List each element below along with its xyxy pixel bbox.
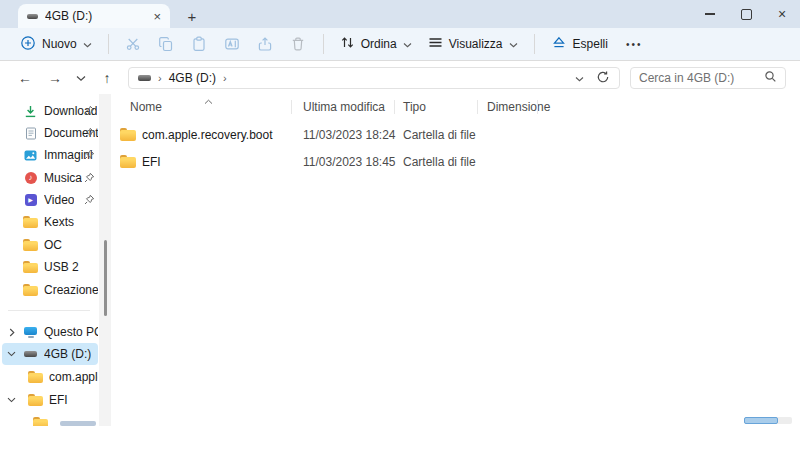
column-header-ultima-modifica[interactable]: Ultima modifica bbox=[292, 97, 395, 117]
sidebar-item-video[interactable]: ▶ Video bbox=[2, 189, 98, 211]
sidebar-item-questo-pc[interactable]: Questo PC bbox=[2, 321, 98, 343]
sidebar-item-clipped[interactable] bbox=[2, 412, 98, 426]
eject-button-label: Espelli bbox=[573, 37, 608, 51]
copy-button[interactable] bbox=[153, 31, 180, 57]
file-list: Nome Ultima modifica Tipo Dimensione com… bbox=[118, 94, 800, 426]
eject-button[interactable]: Espelli bbox=[543, 31, 616, 57]
navigation-bar: ← → ↑ › 4GB (D:) › bbox=[0, 62, 800, 94]
address-bar-right bbox=[575, 70, 610, 87]
address-bar[interactable]: › 4GB (D:) › bbox=[128, 67, 620, 89]
sidebar-scrollbar[interactable] bbox=[99, 94, 111, 426]
minimize-icon bbox=[705, 13, 715, 15]
command-bar: Nuovo Ordina bbox=[0, 28, 800, 61]
column-header-nome[interactable]: Nome bbox=[118, 97, 292, 117]
sidebar-item-usb2[interactable]: USB 2 bbox=[2, 256, 98, 278]
trash-icon bbox=[290, 36, 306, 52]
tab-close-icon[interactable]: × bbox=[153, 10, 161, 23]
sidebar-item-download[interactable]: Download bbox=[2, 100, 98, 122]
refresh-button[interactable] bbox=[596, 70, 610, 87]
cut-button[interactable] bbox=[120, 31, 147, 57]
chevron-down-icon bbox=[83, 37, 92, 51]
music-icon: ♪ bbox=[22, 172, 39, 184]
address-dropdown-button[interactable] bbox=[575, 71, 584, 85]
document-icon bbox=[22, 127, 39, 140]
window-controls: × bbox=[692, 0, 800, 28]
minimize-button[interactable] bbox=[692, 0, 728, 28]
breadcrumb-separator[interactable]: › bbox=[223, 72, 227, 84]
download-icon bbox=[22, 105, 39, 118]
folder-icon bbox=[27, 371, 44, 383]
sidebar-item-com-apple-recovery[interactable]: com.apple.rec bbox=[2, 366, 98, 388]
back-button[interactable]: ← bbox=[10, 65, 40, 91]
share-icon bbox=[257, 36, 273, 52]
folder-icon bbox=[32, 417, 49, 426]
sidebar-item-4gb-drive-selected[interactable]: 4GB (D:) bbox=[2, 343, 98, 365]
paste-icon bbox=[191, 36, 207, 52]
search-icon bbox=[764, 70, 777, 86]
new-button-label: Nuovo bbox=[42, 37, 77, 51]
folder-icon bbox=[22, 261, 39, 273]
horizontal-scrollbar[interactable] bbox=[744, 417, 792, 424]
search-box[interactable] bbox=[630, 67, 786, 89]
column-header-tipo[interactable]: Tipo bbox=[395, 97, 478, 117]
search-input[interactable] bbox=[639, 71, 764, 85]
sidebar-item-efi[interactable]: EFI bbox=[2, 389, 98, 411]
sidebar-item-creazione-hackintosh[interactable]: Creazione hacki bbox=[2, 279, 98, 301]
sidebar-scrollbar-thumb[interactable] bbox=[104, 240, 107, 316]
sidebar-item-immagini[interactable]: Immagini bbox=[2, 144, 98, 166]
pc-icon bbox=[22, 327, 39, 338]
pin-icon bbox=[84, 172, 95, 186]
toolbar-separator bbox=[108, 34, 109, 54]
copy-icon bbox=[158, 36, 174, 52]
pin-icon bbox=[84, 127, 95, 141]
file-modified: 11/03/2023 18:24 bbox=[303, 128, 396, 142]
forward-button[interactable]: → bbox=[40, 65, 70, 91]
cut-icon bbox=[125, 36, 141, 52]
breadcrumb-separator: › bbox=[158, 72, 162, 84]
new-tab-button[interactable]: + bbox=[180, 4, 204, 28]
recent-locations-button[interactable] bbox=[70, 65, 92, 91]
pin-icon bbox=[84, 105, 95, 119]
tab-active[interactable]: 4GB (D:) × bbox=[18, 4, 170, 28]
chevron-right-icon[interactable] bbox=[6, 327, 17, 337]
new-plus-icon bbox=[20, 35, 36, 54]
view-button-label: Visualizza bbox=[449, 37, 503, 51]
sidebar-item-oc[interactable]: OC bbox=[2, 234, 98, 256]
chevron-down-icon[interactable] bbox=[6, 349, 17, 359]
chevron-down-icon[interactable] bbox=[6, 395, 17, 405]
toolbar-separator bbox=[323, 34, 324, 54]
paste-button[interactable] bbox=[186, 31, 213, 57]
new-button[interactable]: Nuovo bbox=[12, 31, 100, 57]
file-type: Cartella di file bbox=[403, 155, 476, 169]
column-header-dimensione[interactable]: Dimensione bbox=[478, 97, 538, 117]
file-row-efi[interactable]: EFI 11/03/2023 18:45 Cartella di file bbox=[118, 148, 800, 175]
folder-icon bbox=[27, 394, 44, 406]
sidebar-item-musica[interactable]: ♪ Musica bbox=[2, 167, 98, 189]
tab-strip: 4GB (D:) × + × bbox=[0, 0, 800, 28]
navigation-pane: Download Documenti Immagini ♪ Musica ▶ bbox=[0, 94, 112, 426]
video-icon: ▶ bbox=[22, 194, 39, 206]
close-button[interactable]: × bbox=[764, 0, 800, 28]
more-options-button[interactable]: ••• bbox=[626, 39, 643, 50]
file-row-com-apple-recovery-boot[interactable]: com.apple.recovery.boot 11/03/2023 18:24… bbox=[118, 121, 800, 148]
pictures-icon bbox=[22, 150, 39, 161]
file-name: com.apple.recovery.boot bbox=[142, 128, 273, 142]
maximize-button[interactable] bbox=[728, 0, 764, 28]
view-lines-icon bbox=[428, 36, 443, 52]
view-button[interactable]: Visualizza bbox=[420, 31, 526, 57]
sort-button-label: Ordina bbox=[361, 37, 397, 51]
up-button[interactable]: ↑ bbox=[92, 65, 122, 91]
sort-icon bbox=[340, 35, 355, 53]
sort-button[interactable]: Ordina bbox=[332, 31, 420, 57]
sidebar-item-kexts[interactable]: Kexts bbox=[2, 211, 98, 233]
drive-icon bbox=[138, 75, 151, 81]
folder-icon bbox=[120, 155, 136, 168]
breadcrumb-drive[interactable]: 4GB (D:) bbox=[169, 71, 216, 85]
share-button[interactable] bbox=[252, 31, 279, 57]
rename-button[interactable] bbox=[219, 31, 246, 57]
sort-ascending-icon bbox=[204, 94, 213, 108]
horizontal-scrollbar-thumb[interactable] bbox=[744, 417, 778, 424]
delete-button[interactable] bbox=[285, 31, 312, 57]
sidebar-item-documenti[interactable]: Documenti bbox=[2, 122, 98, 144]
clipped-label bbox=[60, 421, 96, 426]
